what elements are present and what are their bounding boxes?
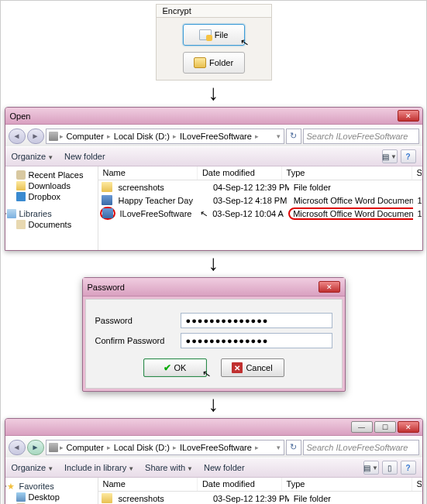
include-in-library-menu[interactable]: Include in library▼ [64,463,134,472]
column-header-name[interactable]: Name [98,478,198,491]
file-type: Microsoft Office Word Document [289,194,413,207]
word-doc-icon [102,195,112,205]
password-dialog: Password ✕ Password Confirm Password ✔ O… [82,277,346,392]
refresh-button[interactable]: ↻ [286,440,301,455]
chevron-down-icon[interactable]: ▾ [276,132,281,140]
encrypt-file-button[interactable]: File ↖ [183,24,245,46]
column-header-type[interactable]: Type [282,478,412,491]
help-button[interactable]: ? [401,461,416,475]
nav-back-button[interactable]: ◄ [9,440,26,455]
encrypt-folder-button[interactable]: Folder [183,52,245,74]
sidebar-item-documents[interactable]: Documents [5,219,98,230]
sidebar-item-dropbox[interactable]: Dropbox [5,191,98,202]
maximize-button[interactable]: ☐ [374,421,396,433]
file-date: 03-Sep-12 4:18 PM [208,194,289,207]
breadcrumb[interactable]: Computer [65,132,105,141]
file-type: Microsoft Office Word Document [284,206,412,221]
column-header-date[interactable]: Date modified [198,478,282,491]
sidebar-item-desktop[interactable]: Desktop [5,492,98,502]
nav-pane: Recent Places Downloads Dropbox ▸Librari… [5,166,98,250]
file-name: screenshots [114,492,208,505]
chevron-right-icon: ▸ [172,132,177,140]
address-bar[interactable]: ▸ Computer ▸ Local Disk (D:) ▸ ILoveFree… [46,440,284,455]
downloads-icon [16,181,26,190]
share-with-menu[interactable]: Share with▼ [145,463,193,472]
file-size: 13 KB [413,194,422,207]
dropbox-icon [16,192,26,201]
new-folder-button[interactable]: New folder [64,152,105,161]
chevron-down-icon[interactable]: ▾ [276,444,281,451]
breadcrumb[interactable]: Local Disk (D:) [112,132,171,141]
cancel-label: Cancel [246,363,272,372]
file-type: File folder [289,492,413,505]
check-icon: ✔ [164,362,171,373]
new-folder-button[interactable]: New folder [204,463,245,472]
sidebar-group-favorites[interactable]: ▸★Favorites [5,481,98,492]
confirm-password-label: Confirm Password [95,336,181,345]
cross-icon: ✕ [232,362,243,373]
view-options-button[interactable]: ▤▼ [382,149,398,163]
file-name: screenshots [114,181,208,194]
ok-label: OK [174,363,187,372]
file-size: 10 KB [413,207,422,220]
cancel-button[interactable]: ✕ Cancel [221,358,284,377]
password-input[interactable] [181,313,332,328]
password-label: Password [95,316,181,325]
close-button[interactable]: ✕ [398,110,419,122]
encrypt-tab-label: Encrypt [157,5,271,18]
search-input[interactable]: Search ILoveFreeSoftware [303,440,419,455]
minimize-button[interactable]: — [351,421,373,433]
column-header-date[interactable]: Date modified [198,166,282,180]
flow-arrow-3: ↓ [208,393,219,415]
ok-button[interactable]: ✔ OK ↖ [143,358,207,377]
table-row[interactable]: ILoveFreeSoftware ↖ 03-Sep-12 10:04 AM M… [98,207,422,220]
organize-menu[interactable]: Organize▼ [12,152,54,161]
file-size [413,497,422,500]
table-row[interactable]: screenshots 04-Sep-12 12:39 PM File fold… [98,180,422,194]
file-date: 04-Sep-12 12:39 PM [208,181,289,194]
breadcrumb[interactable]: Local Disk (D:) [112,443,171,452]
close-button[interactable]: ✕ [398,421,419,433]
folder-icon [102,493,112,503]
table-row[interactable]: screenshots 03-Sep-12 12:39 PM File fold… [98,492,422,504]
table-row[interactable]: Happy Teacher Day 03-Sep-12 4:18 PM Micr… [98,194,422,207]
column-header-size[interactable]: Size [412,478,422,491]
address-bar[interactable]: ▸ Computer ▸ Local Disk (D:) ▸ ILoveFree… [46,129,284,144]
breadcrumb[interactable]: ILoveFreeSoftware [178,443,253,452]
refresh-button[interactable]: ↻ [286,129,301,144]
favorites-icon: ★ [7,482,16,491]
column-header-size[interactable]: Size [412,166,422,180]
help-button[interactable]: ? [401,149,416,163]
column-header-name[interactable]: Name [98,166,198,180]
nav-back-button[interactable]: ◄ [9,129,26,144]
libraries-icon [7,209,16,218]
encrypt-panel: Encrypt File ↖ Folder [156,4,272,81]
flow-arrow-2: ↓ [208,252,219,274]
confirm-password-input[interactable] [181,333,332,348]
column-header-type[interactable]: Type [282,166,412,180]
flow-arrow-1: ↓ [208,82,219,104]
word-doc-icon [102,208,113,218]
sidebar-item-recent[interactable]: Recent Places [5,170,98,180]
search-input[interactable]: Search ILoveFreeSoftware [303,129,419,144]
preview-pane-button[interactable]: ▯ [382,461,398,475]
nav-forward-button[interactable]: ► [27,440,44,455]
file-date: 03-Sep-12 10:04 AM [208,207,284,220]
breadcrumb[interactable]: ILoveFreeSoftware [178,132,253,141]
file-type: File folder [289,181,413,194]
nav-forward-button[interactable]: ► [27,129,44,144]
organize-menu[interactable]: Organize▼ [12,463,54,472]
titlebar: — ☐ ✕ [5,419,422,436]
breadcrumb[interactable]: Computer [65,443,105,452]
close-button[interactable]: ✕ [319,281,340,293]
encrypt-folder-label: Folder [209,58,233,67]
chevron-right-icon: ▸ [59,132,64,140]
file-size [413,186,422,189]
file-name: Happy Teacher Day [114,194,208,207]
file-list: Name Date modified Type Size screenshots… [98,478,422,504]
chevron-right-icon: ▸ [254,132,260,140]
sidebar-group-libraries[interactable]: ▸Libraries [5,208,98,219]
highlight-oval: Microsoft Office Word Document [288,207,412,220]
view-options-button[interactable]: ▤▼ [363,461,379,475]
sidebar-item-downloads[interactable]: Downloads [5,180,98,191]
